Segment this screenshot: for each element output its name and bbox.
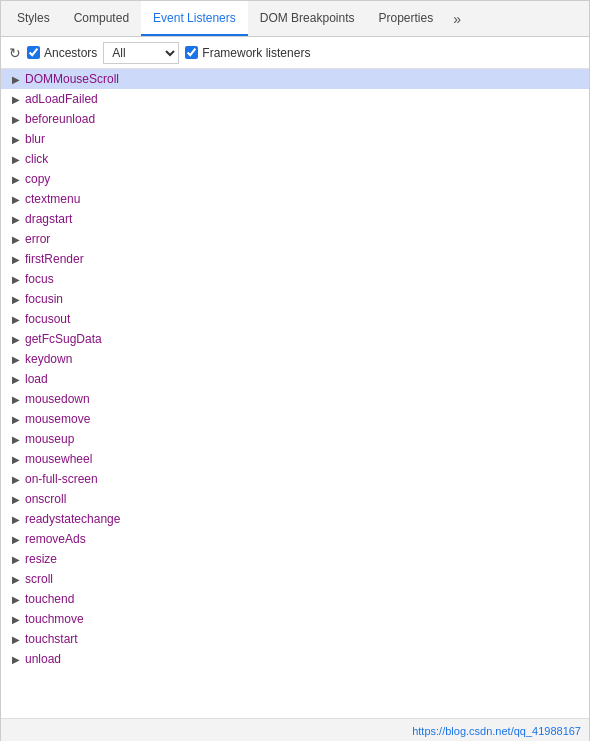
expand-arrow-icon[interactable]: ▶	[9, 232, 23, 246]
event-item[interactable]: ▶focusin	[1, 289, 589, 309]
event-name-label: click	[25, 152, 48, 166]
expand-arrow-icon[interactable]: ▶	[9, 652, 23, 666]
event-item[interactable]: ▶error	[1, 229, 589, 249]
event-name-label: load	[25, 372, 48, 386]
expand-arrow-icon[interactable]: ▶	[9, 312, 23, 326]
event-item[interactable]: ▶touchstart	[1, 629, 589, 649]
expand-arrow-icon[interactable]: ▶	[9, 372, 23, 386]
event-item[interactable]: ▶focusout	[1, 309, 589, 329]
expand-arrow-icon[interactable]: ▶	[9, 192, 23, 206]
expand-arrow-icon[interactable]: ▶	[9, 352, 23, 366]
event-item[interactable]: ▶beforeunload	[1, 109, 589, 129]
expand-arrow-icon[interactable]: ▶	[9, 452, 23, 466]
expand-arrow-icon[interactable]: ▶	[9, 132, 23, 146]
tab-dom-breakpoints[interactable]: DOM Breakpoints	[248, 1, 367, 36]
tab-more-button[interactable]: »	[445, 1, 469, 36]
expand-arrow-icon[interactable]: ▶	[9, 512, 23, 526]
expand-arrow-icon[interactable]: ▶	[9, 592, 23, 606]
expand-arrow-icon[interactable]: ▶	[9, 612, 23, 626]
expand-arrow-icon[interactable]: ▶	[9, 572, 23, 586]
expand-arrow-icon[interactable]: ▶	[9, 172, 23, 186]
event-item[interactable]: ▶mousemove	[1, 409, 589, 429]
event-item[interactable]: ▶on-full-screen	[1, 469, 589, 489]
event-item[interactable]: ▶ctextmenu	[1, 189, 589, 209]
event-name-label: mousedown	[25, 392, 90, 406]
event-name-label: touchend	[25, 592, 74, 606]
event-name-label: scroll	[25, 572, 53, 586]
event-name-label: mouseup	[25, 432, 74, 446]
event-name-label: focusin	[25, 292, 63, 306]
event-item[interactable]: ▶load	[1, 369, 589, 389]
event-name-label: unload	[25, 652, 61, 666]
status-url: https://blog.csdn.net/qq_41988167	[412, 725, 581, 737]
event-item[interactable]: ▶dragstart	[1, 209, 589, 229]
event-item[interactable]: ▶copy	[1, 169, 589, 189]
event-item[interactable]: ▶readystatechange	[1, 509, 589, 529]
event-item[interactable]: ▶DOMMouseScroll	[1, 69, 589, 89]
event-item[interactable]: ▶mousewheel	[1, 449, 589, 469]
event-name-label: keydown	[25, 352, 72, 366]
event-name-label: copy	[25, 172, 50, 186]
expand-arrow-icon[interactable]: ▶	[9, 292, 23, 306]
event-name-label: firstRender	[25, 252, 84, 266]
event-item[interactable]: ▶touchmove	[1, 609, 589, 629]
expand-arrow-icon[interactable]: ▶	[9, 412, 23, 426]
expand-arrow-icon[interactable]: ▶	[9, 92, 23, 106]
refresh-button[interactable]: ↻	[9, 45, 21, 61]
event-item[interactable]: ▶getFcSugData	[1, 329, 589, 349]
expand-arrow-icon[interactable]: ▶	[9, 332, 23, 346]
event-item[interactable]: ▶resize	[1, 549, 589, 569]
event-item[interactable]: ▶adLoadFailed	[1, 89, 589, 109]
event-item[interactable]: ▶unload	[1, 649, 589, 669]
expand-arrow-icon[interactable]: ▶	[9, 532, 23, 546]
expand-arrow-icon[interactable]: ▶	[9, 212, 23, 226]
ancestors-checkbox[interactable]	[27, 46, 40, 59]
event-name-label: mousewheel	[25, 452, 92, 466]
event-item[interactable]: ▶focus	[1, 269, 589, 289]
event-name-label: ctextmenu	[25, 192, 80, 206]
expand-arrow-icon[interactable]: ▶	[9, 432, 23, 446]
event-name-label: beforeunload	[25, 112, 95, 126]
expand-arrow-icon[interactable]: ▶	[9, 72, 23, 86]
event-name-label: dragstart	[25, 212, 72, 226]
tab-styles[interactable]: Styles	[5, 1, 62, 36]
event-item[interactable]: ▶blur	[1, 129, 589, 149]
event-name-label: blur	[25, 132, 45, 146]
framework-checkbox[interactable]	[185, 46, 198, 59]
event-item[interactable]: ▶onscroll	[1, 489, 589, 509]
expand-arrow-icon[interactable]: ▶	[9, 112, 23, 126]
event-name-label: resize	[25, 552, 57, 566]
tab-computed[interactable]: Computed	[62, 1, 141, 36]
tab-event-listeners[interactable]: Event Listeners	[141, 1, 248, 36]
event-name-label: on-full-screen	[25, 472, 98, 486]
event-name-label: onscroll	[25, 492, 66, 506]
event-item[interactable]: ▶firstRender	[1, 249, 589, 269]
event-list[interactable]: ▶DOMMouseScroll▶adLoadFailed▶beforeunloa…	[1, 69, 589, 718]
event-item[interactable]: ▶scroll	[1, 569, 589, 589]
expand-arrow-icon[interactable]: ▶	[9, 552, 23, 566]
ancestors-group: Ancestors	[27, 46, 97, 60]
expand-arrow-icon[interactable]: ▶	[9, 472, 23, 486]
event-item[interactable]: ▶touchend	[1, 589, 589, 609]
event-name-label: focusout	[25, 312, 70, 326]
tab-bar: Styles Computed Event Listeners DOM Brea…	[1, 1, 589, 37]
expand-arrow-icon[interactable]: ▶	[9, 272, 23, 286]
expand-arrow-icon[interactable]: ▶	[9, 252, 23, 266]
expand-arrow-icon[interactable]: ▶	[9, 632, 23, 646]
expand-arrow-icon[interactable]: ▶	[9, 392, 23, 406]
event-name-label: error	[25, 232, 50, 246]
event-item[interactable]: ▶mouseup	[1, 429, 589, 449]
framework-group: Framework listeners	[185, 46, 310, 60]
event-item[interactable]: ▶keydown	[1, 349, 589, 369]
expand-arrow-icon[interactable]: ▶	[9, 492, 23, 506]
expand-arrow-icon[interactable]: ▶	[9, 152, 23, 166]
event-name-label: focus	[25, 272, 54, 286]
event-item[interactable]: ▶mousedown	[1, 389, 589, 409]
ancestors-label: Ancestors	[44, 46, 97, 60]
event-item[interactable]: ▶removeAds	[1, 529, 589, 549]
event-item[interactable]: ▶click	[1, 149, 589, 169]
tab-properties[interactable]: Properties	[366, 1, 445, 36]
status-bar: https://blog.csdn.net/qq_41988167	[1, 718, 589, 741]
event-name-label: touchmove	[25, 612, 84, 626]
filter-dropdown[interactable]: All Passive Blocking	[103, 42, 179, 64]
